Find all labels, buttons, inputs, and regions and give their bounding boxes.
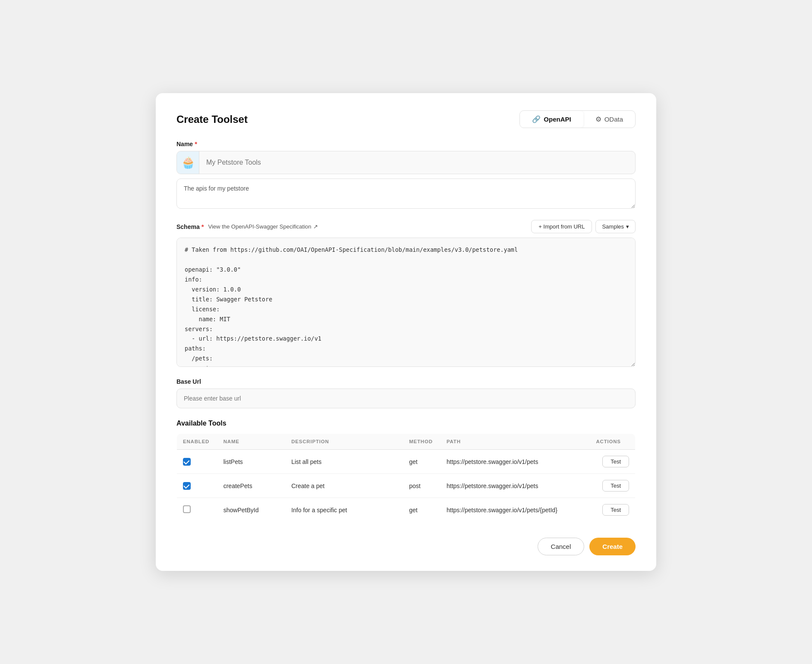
name-label: Name * bbox=[176, 140, 636, 147]
available-tools-title: Available Tools bbox=[176, 420, 636, 427]
name-row: 🧁 bbox=[176, 151, 636, 174]
toolset-avatar: 🧁 bbox=[177, 151, 199, 174]
tool-description: List all pets bbox=[285, 450, 403, 474]
schema-spec-link[interactable]: View the OpenAPI-Swagger Specification ↗ bbox=[208, 223, 318, 230]
modal-footer: Cancel Create bbox=[176, 538, 636, 555]
tab-openapi-label: OpenAPI bbox=[544, 116, 571, 123]
table-row: createPetsCreate a petposthttps://petsto… bbox=[177, 474, 636, 498]
col-header-description: DESCRIPTION bbox=[285, 434, 403, 450]
checkbox-row-1[interactable] bbox=[183, 482, 191, 490]
tool-description: Info for a specific pet bbox=[285, 498, 403, 522]
tool-path: https://petstore.swagger.io/v1/pets bbox=[441, 450, 590, 474]
base-url-input[interactable] bbox=[176, 388, 636, 408]
name-required-star: * bbox=[195, 140, 197, 147]
checkbox-row-2[interactable] bbox=[183, 505, 191, 513]
samples-button[interactable]: Samples ▾ bbox=[595, 220, 636, 233]
schema-header: Schema * View the OpenAPI-Swagger Specif… bbox=[176, 220, 636, 233]
col-header-enabled: ENABLED bbox=[177, 434, 217, 450]
odata-icon: ⚙ bbox=[595, 115, 601, 123]
tab-group: 🔗 OpenAPI ⚙ OData bbox=[519, 110, 636, 128]
tool-name: createPets bbox=[217, 474, 285, 498]
col-header-name: NAME bbox=[217, 434, 285, 450]
tab-openapi[interactable]: 🔗 OpenAPI bbox=[520, 111, 583, 128]
external-link-icon: ↗ bbox=[313, 223, 318, 230]
tool-path: https://petstore.swagger.io/v1/pets/{pet… bbox=[441, 498, 590, 522]
test-button-row-1[interactable]: Test bbox=[602, 480, 629, 492]
cancel-button[interactable]: Cancel bbox=[538, 538, 585, 555]
tools-table-body: listPetsList all petsgethttps://petstore… bbox=[177, 450, 636, 522]
test-button-row-0[interactable]: Test bbox=[602, 456, 629, 467]
schema-label: Schema * bbox=[176, 223, 204, 230]
tool-method: get bbox=[403, 498, 441, 522]
openapi-icon: 🔗 bbox=[532, 115, 541, 123]
schema-actions: + Import from URL Samples ▾ bbox=[531, 220, 636, 233]
name-input[interactable] bbox=[199, 153, 635, 172]
tool-actions: Test bbox=[590, 498, 635, 522]
modal-header: Create Toolset 🔗 OpenAPI ⚙ OData bbox=[176, 110, 636, 128]
tool-name: showPetById bbox=[217, 498, 285, 522]
tools-table-head: ENABLED NAME DESCRIPTION METHOD PATH ACT… bbox=[177, 434, 636, 450]
schema-label-group: Schema * View the OpenAPI-Swagger Specif… bbox=[176, 223, 318, 230]
tool-description: Create a pet bbox=[285, 474, 403, 498]
tool-method: get bbox=[403, 450, 441, 474]
schema-required-star: * bbox=[201, 223, 204, 230]
tool-method: post bbox=[403, 474, 441, 498]
test-button-row-2[interactable]: Test bbox=[602, 504, 629, 516]
tool-actions: Test bbox=[590, 450, 635, 474]
tool-path: https://petstore.swagger.io/v1/pets bbox=[441, 474, 590, 498]
checkbox-row-0[interactable] bbox=[183, 458, 191, 466]
col-header-method: METHOD bbox=[403, 434, 441, 450]
table-row: showPetByIdInfo for a specific petgethtt… bbox=[177, 498, 636, 522]
schema-editor[interactable]: # Taken from https://github.com/OAI/Open… bbox=[176, 238, 636, 367]
description-textarea[interactable]: The apis for my petstore bbox=[176, 179, 636, 209]
table-row: listPetsList all petsgethttps://petstore… bbox=[177, 450, 636, 474]
tab-odata-label: OData bbox=[604, 116, 623, 123]
tool-name: listPets bbox=[217, 450, 285, 474]
col-header-actions: ACTIONS bbox=[590, 434, 635, 450]
tool-actions: Test bbox=[590, 474, 635, 498]
tab-odata[interactable]: ⚙ OData bbox=[583, 111, 635, 128]
base-url-label: Base Url bbox=[176, 378, 636, 385]
create-toolset-modal: Create Toolset 🔗 OpenAPI ⚙ OData Name * … bbox=[156, 93, 656, 571]
chevron-down-icon: ▾ bbox=[626, 223, 629, 230]
col-header-path: PATH bbox=[441, 434, 590, 450]
import-url-button[interactable]: + Import from URL bbox=[531, 220, 592, 233]
tools-table: ENABLED NAME DESCRIPTION METHOD PATH ACT… bbox=[176, 433, 636, 522]
create-button[interactable]: Create bbox=[589, 538, 636, 555]
modal-title: Create Toolset bbox=[176, 113, 248, 125]
